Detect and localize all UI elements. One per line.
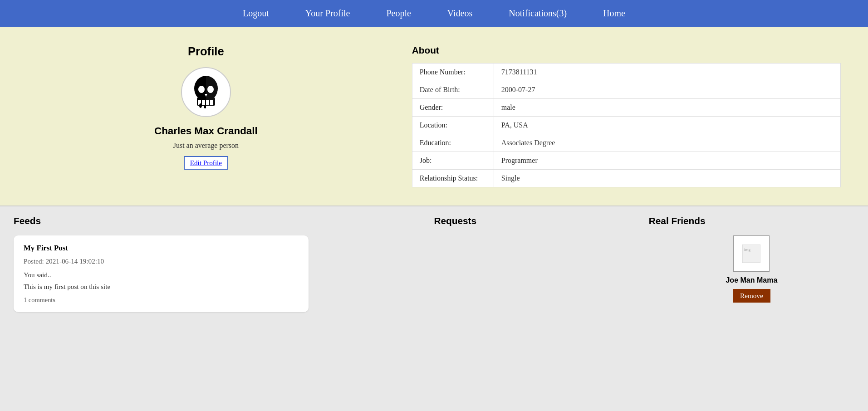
profile-name: Charles Max Crandall: [154, 125, 258, 137]
svg-text:img: img: [744, 247, 751, 252]
about-row: Location:PA, USA: [412, 117, 840, 134]
svg-point-8: [198, 86, 205, 93]
about-field-label: Relationship Status:: [412, 170, 494, 187]
post-you-said: You said..: [24, 271, 299, 279]
profile-title: Profile: [188, 45, 224, 58]
post-title: My First Post: [24, 244, 299, 253]
about-field-label: Job:: [412, 152, 494, 170]
about-row: Relationship Status:Single: [412, 170, 840, 187]
svg-point-18: [199, 103, 202, 108]
about-field-label: Education:: [412, 134, 494, 152]
about-row: Job:Programmer: [412, 152, 840, 170]
about-row: Education:Associates Degree: [412, 134, 840, 152]
real-friends-column: Real Friends imgJoe Man MamaRemove: [649, 215, 854, 312]
about-field-label: Gender:: [412, 99, 494, 117]
about-field-value: PA, USA: [494, 117, 840, 134]
post-content: This is my first post on this site: [24, 283, 299, 291]
about-row: Gender:male: [412, 99, 840, 117]
about-row: Date of Birth:2000-07-27: [412, 81, 840, 99]
nav-logout[interactable]: Logout: [243, 8, 269, 19]
real-friends-header: Real Friends: [649, 215, 854, 226]
svg-point-17: [207, 86, 214, 93]
friend-avatar: img: [733, 235, 770, 272]
feeds-column: Feeds My First PostPosted: 2021-06-14 19…: [14, 215, 425, 312]
about-field-value: 2000-07-27: [494, 81, 840, 99]
friends-container: imgJoe Man MamaRemove: [649, 235, 854, 303]
profile-bio: Just an average person: [173, 142, 239, 150]
avatar: [181, 67, 231, 117]
friend-card: imgJoe Man MamaRemove: [649, 235, 854, 303]
nav-home[interactable]: Home: [603, 8, 625, 19]
svg-rect-14: [206, 100, 209, 105]
lower-section: Feeds My First PostPosted: 2021-06-14 19…: [0, 206, 868, 321]
about-field-label: Phone Number:: [412, 64, 494, 81]
nav-notifications[interactable]: Notifications(3): [509, 8, 567, 19]
svg-point-19: [204, 105, 206, 108]
skull-icon: [188, 74, 224, 110]
nav-people[interactable]: People: [386, 8, 411, 19]
post-card: My First PostPosted: 2021-06-14 19:02:10…: [14, 235, 309, 312]
about-field-value: Single: [494, 170, 840, 187]
post-date: Posted: 2021-06-14 19:02:10: [24, 257, 299, 265]
remove-friend-button[interactable]: Remove: [733, 289, 770, 303]
svg-rect-15: [210, 100, 213, 105]
about-field-value: Associates Degree: [494, 134, 840, 152]
about-field-value: Programmer: [494, 152, 840, 170]
about-field-label: Location:: [412, 117, 494, 134]
nav-your-profile[interactable]: Your Profile: [305, 8, 350, 19]
about-field-value: 7173811131: [494, 64, 840, 81]
about-row: Phone Number:7173811131: [412, 64, 840, 81]
requests-header: Requests: [434, 215, 640, 226]
profile-section: Profile: [0, 27, 868, 206]
profile-left: Profile: [27, 40, 385, 187]
about-title: About: [412, 45, 841, 56]
post-comments: 1 comments: [24, 296, 299, 304]
about-field-value: male: [494, 99, 840, 117]
friend-name: Joe Man Mama: [726, 276, 777, 284]
navbar: Logout Your Profile People Videos Notifi…: [0, 0, 868, 27]
about-field-label: Date of Birth:: [412, 81, 494, 99]
about-section: About Phone Number:7173811131Date of Bir…: [412, 40, 841, 187]
broken-image-icon: img: [742, 245, 760, 263]
edit-profile-button[interactable]: Edit Profile: [184, 156, 228, 170]
nav-videos[interactable]: Videos: [447, 8, 472, 19]
posts-container: My First PostPosted: 2021-06-14 19:02:10…: [14, 235, 425, 312]
svg-rect-5: [202, 100, 205, 105]
requests-column: Requests: [434, 215, 640, 312]
about-table: Phone Number:7173811131Date of Birth:200…: [412, 63, 841, 187]
feeds-header: Feeds: [14, 215, 425, 226]
